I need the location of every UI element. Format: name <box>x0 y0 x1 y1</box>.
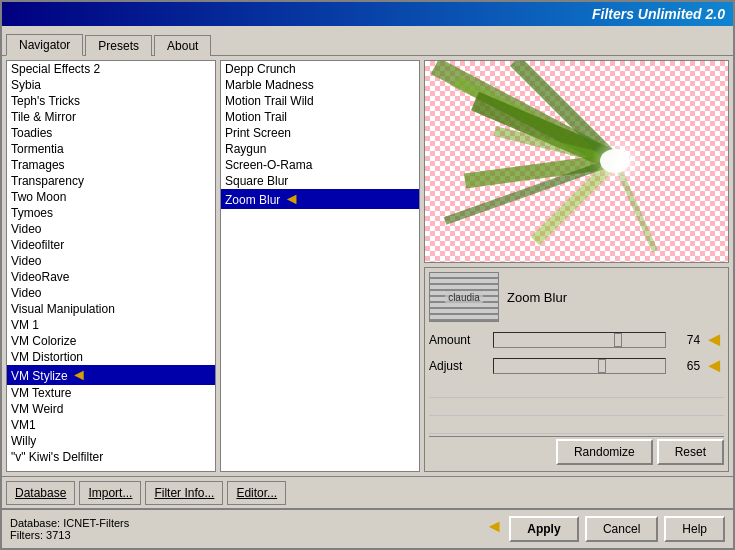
filter-item-motion-trail[interactable]: Motion Trail <box>221 109 419 125</box>
status-bar: Database: ICNET-Filters Filters: 3713 ◄ … <box>2 508 733 548</box>
amount-arrow: ◄ <box>704 328 724 351</box>
list-item[interactable]: Sybia <box>7 77 215 93</box>
bottom-toolbar: Database Import... Filter Info... Editor… <box>2 476 733 508</box>
filter-item-zoom-blur[interactable]: Zoom Blur ◄ <box>221 189 419 209</box>
filter-header: claudia Zoom Blur <box>429 272 724 322</box>
list-item[interactable]: VM1 <box>7 417 215 433</box>
adjust-value: 65 <box>670 359 700 373</box>
database-status: Database: ICNET-Filters <box>10 517 129 529</box>
filter-info-button[interactable]: Filter Info... <box>145 481 223 505</box>
middle-panel: Depp Crunch Marble Madness Motion Trail … <box>220 60 420 472</box>
list-item-vm-distortion[interactable]: VM Distortion <box>7 349 215 365</box>
amount-value: 74 <box>670 333 700 347</box>
list-item[interactable]: Tramages <box>7 157 215 173</box>
list-item[interactable]: Special Effects 2 <box>7 61 215 77</box>
adjust-label: Adjust <box>429 359 489 373</box>
main-window: Filters Unlimited 2.0 Navigator Presets … <box>0 0 735 550</box>
list-item[interactable]: VideoRave <box>7 269 215 285</box>
filter-item[interactable]: Depp Crunch <box>221 61 419 77</box>
adjust-arrow: ◄ <box>704 354 724 377</box>
center-white <box>600 149 630 173</box>
filter-item[interactable]: Screen-O-Rama <box>221 157 419 173</box>
status-info: Database: ICNET-Filters Filters: 3713 <box>10 517 129 541</box>
randomize-button[interactable]: Randomize <box>556 439 653 465</box>
list-item-vm-stylize[interactable]: VM Stylize ◄ <box>7 365 215 385</box>
list-item[interactable]: Video <box>7 285 215 301</box>
vm-stylize-arrow: ◄ <box>71 366 87 384</box>
status-buttons: ◄ Apply Cancel Help <box>485 516 725 542</box>
title-text: Filters Unlimited 2.0 <box>592 6 725 22</box>
filter-item[interactable]: Marble Madness <box>221 77 419 93</box>
thumbnail-label: claudia <box>445 291 483 304</box>
import-button[interactable]: Import... <box>79 481 141 505</box>
cancel-button[interactable]: Cancel <box>585 516 658 542</box>
content-area: Special Effects 2 Sybia Teph's Tricks Ti… <box>2 56 733 476</box>
filter-item[interactable]: Raygun <box>221 141 419 157</box>
left-panel: Special Effects 2 Sybia Teph's Tricks Ti… <box>6 60 216 472</box>
adjust-thumb[interactable] <box>598 359 606 373</box>
filter-name: Zoom Blur <box>507 290 567 305</box>
amount-slider-row: Amount 74 ◄ <box>429 328 724 351</box>
list-item[interactable]: Toadies <box>7 125 215 141</box>
list-item-transparency[interactable]: Transparency <box>7 173 215 189</box>
category-list[interactable]: Special Effects 2 Sybia Teph's Tricks Ti… <box>7 61 215 471</box>
zoom-blur-arrow: ◄ <box>284 190 300 208</box>
list-item[interactable]: "v" Kiwi's Delfilter <box>7 449 215 465</box>
list-item[interactable]: VM Colorize <box>7 333 215 349</box>
tab-bar: Navigator Presets About <box>2 26 733 56</box>
list-item[interactable]: Tile & Mirror <box>7 109 215 125</box>
preview-canvas <box>425 61 728 262</box>
filter-controls: claudia Zoom Blur Amount 74 ◄ Adjust <box>424 267 729 472</box>
list-item[interactable]: VM Weird <box>7 401 215 417</box>
apply-button[interactable]: Apply <box>509 516 579 542</box>
randomize-reset-row: Randomize Reset <box>429 436 724 467</box>
filter-item[interactable]: Square Blur <box>221 173 419 189</box>
list-item[interactable]: Visual Manipulation <box>7 301 215 317</box>
filter-list[interactable]: Depp Crunch Marble Madness Motion Trail … <box>221 61 419 471</box>
list-item[interactable]: VM Texture <box>7 385 215 401</box>
title-bar: Filters Unlimited 2.0 <box>2 2 733 26</box>
empty-row-2 <box>429 398 724 416</box>
zoom-blur-svg <box>425 61 728 262</box>
list-item[interactable]: Teph's Tricks <box>7 93 215 109</box>
tab-presets[interactable]: Presets <box>85 35 152 56</box>
reset-button[interactable]: Reset <box>657 439 724 465</box>
adjust-slider-row: Adjust 65 ◄ <box>429 354 724 377</box>
adjust-slider[interactable] <box>493 358 666 374</box>
right-panel: claudia Zoom Blur Amount 74 ◄ Adjust <box>424 60 729 472</box>
list-item[interactable]: Videofilter <box>7 237 215 253</box>
empty-row-1 <box>429 380 724 398</box>
filters-status: Filters: 3713 <box>10 529 129 541</box>
amount-thumb[interactable] <box>614 333 622 347</box>
tab-about[interactable]: About <box>154 35 211 56</box>
empty-row-3 <box>429 416 724 434</box>
amount-slider[interactable] <box>493 332 666 348</box>
amount-label: Amount <box>429 333 489 347</box>
apply-arrow-icon: ◄ <box>485 516 503 542</box>
filter-thumbnail: claudia <box>429 272 499 322</box>
list-item[interactable]: VM 1 <box>7 317 215 333</box>
list-item[interactable]: Video <box>7 253 215 269</box>
list-item[interactable]: Video <box>7 221 215 237</box>
filter-item[interactable]: Print Screen <box>221 125 419 141</box>
list-item-two-moon[interactable]: Two Moon <box>7 189 215 205</box>
list-item[interactable]: Willy <box>7 433 215 449</box>
editor-button[interactable]: Editor... <box>227 481 286 505</box>
list-item[interactable]: Tormentia <box>7 141 215 157</box>
help-button[interactable]: Help <box>664 516 725 542</box>
tab-navigator[interactable]: Navigator <box>6 34 83 56</box>
filter-item-motion-wild[interactable]: Motion Trail Wild <box>221 93 419 109</box>
list-item[interactable]: Tymoes <box>7 205 215 221</box>
database-button[interactable]: Database <box>6 481 75 505</box>
preview-area <box>424 60 729 263</box>
